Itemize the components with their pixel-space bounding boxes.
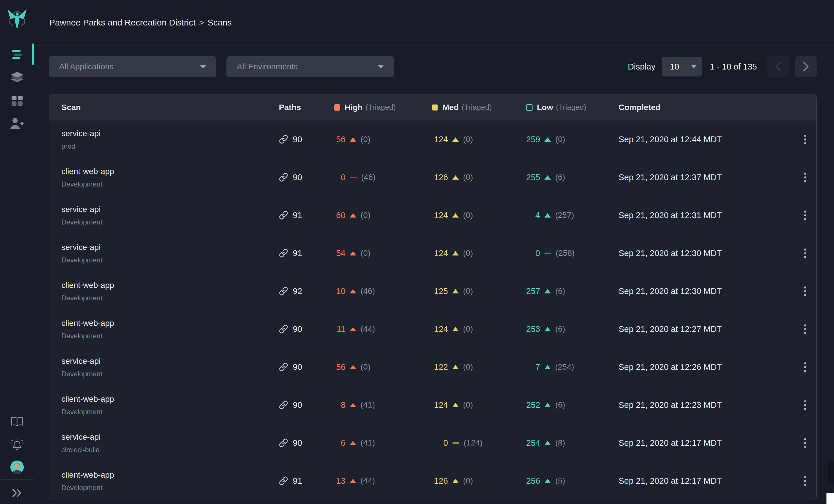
kebab-menu-icon[interactable] bbox=[803, 247, 808, 260]
toolbar: All Applications All Environments Displa… bbox=[49, 56, 817, 77]
table-row[interactable]: client-web-app Development 92 10 (46) 12… bbox=[49, 272, 816, 310]
paths-count: 92 bbox=[293, 286, 302, 296]
sidebar-item-applications[interactable] bbox=[0, 69, 34, 86]
scan-name[interactable]: service-api bbox=[61, 432, 274, 442]
column-header-med: Med (Triaged) bbox=[420, 103, 516, 112]
app-logo[interactable] bbox=[0, 4, 34, 33]
page-size-select[interactable]: 10 bbox=[662, 57, 702, 76]
sidebar-item-dashboard[interactable] bbox=[0, 93, 34, 109]
scan-environment: Development bbox=[61, 294, 274, 302]
table-row[interactable]: service-api prod 90 56 (0) 124 (0) 259 (… bbox=[49, 120, 816, 158]
med-severity-swatch-icon bbox=[432, 104, 438, 111]
row-actions-cell bbox=[794, 209, 816, 222]
med-count: 125 bbox=[432, 286, 448, 296]
avatar-photo bbox=[10, 461, 24, 474]
med-findings-cell: 124 (0) bbox=[420, 135, 516, 144]
med-triaged-count: (0) bbox=[463, 400, 473, 410]
column-header-low: Low (Triaged) bbox=[516, 103, 609, 112]
trend-up-icon bbox=[452, 289, 459, 293]
high-findings-cell: 0 (46) bbox=[322, 173, 420, 182]
high-triaged-count: (44) bbox=[360, 476, 375, 485]
table-row[interactable]: service-api circleci-build 90 6 (41) 0 (… bbox=[49, 424, 816, 462]
med-count: 124 bbox=[432, 400, 448, 410]
link-icon bbox=[279, 286, 288, 296]
breadcrumb-separator: > bbox=[199, 18, 204, 27]
paths-count: 90 bbox=[293, 173, 302, 182]
trend-up-icon bbox=[544, 213, 551, 218]
person-add-icon bbox=[10, 118, 24, 129]
scan-name[interactable]: service-api bbox=[61, 356, 274, 366]
sidebar-expand-button[interactable] bbox=[0, 485, 34, 501]
kebab-menu-icon[interactable] bbox=[803, 171, 808, 184]
breadcrumb-org[interactable]: Pawnee Parks and Recreation District bbox=[49, 18, 196, 27]
low-triaged-label: (Triaged) bbox=[556, 103, 586, 112]
scan-cell: service-api Development bbox=[49, 242, 274, 264]
resize-corner-artifact bbox=[827, 493, 834, 504]
kebab-menu-icon[interactable] bbox=[803, 475, 808, 487]
table-row[interactable]: client-web-app Development 90 11 (44) 12… bbox=[49, 310, 816, 348]
kebab-menu-icon[interactable] bbox=[803, 399, 808, 412]
low-findings-cell: 257 (6) bbox=[516, 286, 609, 296]
low-triaged-count: (6) bbox=[555, 400, 565, 410]
trend-up-icon bbox=[544, 365, 551, 369]
scan-environment: Development bbox=[61, 484, 274, 492]
kebab-menu-icon[interactable] bbox=[803, 323, 808, 336]
paths-count: 91 bbox=[293, 476, 302, 486]
scan-name[interactable]: service-api bbox=[61, 129, 274, 138]
high-count: 8 bbox=[334, 400, 346, 410]
hawk-logo-icon bbox=[6, 6, 28, 31]
scan-name[interactable]: client-web-app bbox=[61, 318, 274, 328]
low-findings-cell: 255 (6) bbox=[516, 173, 609, 182]
scan-name[interactable]: service-api bbox=[61, 242, 274, 252]
table-row[interactable]: client-web-app Development 90 8 (41) 124… bbox=[49, 386, 816, 424]
low-count: 252 bbox=[526, 400, 540, 410]
completed-timestamp: Sep 21, 2020 at 12:17 MDT bbox=[609, 476, 794, 486]
high-triaged-count: (41) bbox=[360, 438, 375, 447]
trend-up-icon bbox=[452, 327, 459, 331]
display-label: Display bbox=[628, 62, 655, 71]
table-row[interactable]: service-api Development 91 54 (0) 124 (0… bbox=[49, 234, 816, 272]
trend-up-icon bbox=[544, 403, 551, 407]
high-count: 56 bbox=[334, 363, 346, 372]
table-header: Scan Paths High (Triaged) Med (Triaged) … bbox=[49, 94, 816, 120]
scrollbar-thumb[interactable] bbox=[828, 459, 834, 485]
kebab-menu-icon[interactable] bbox=[803, 285, 808, 298]
trend-up-icon bbox=[452, 175, 459, 180]
low-count: 257 bbox=[526, 286, 540, 296]
double-chevron-right-icon bbox=[12, 489, 22, 497]
high-triaged-count: (0) bbox=[360, 211, 370, 220]
med-triaged-count: (0) bbox=[463, 248, 473, 258]
table-row[interactable]: client-web-app Development 90 0 (46) 126… bbox=[49, 158, 816, 196]
applications-filter-dropdown[interactable]: All Applications bbox=[49, 56, 216, 77]
next-page-button[interactable] bbox=[795, 56, 817, 77]
high-findings-cell: 8 (41) bbox=[322, 400, 420, 410]
sidebar-item-invite-user[interactable] bbox=[0, 115, 34, 132]
med-count: 124 bbox=[432, 211, 448, 220]
scan-name[interactable]: service-api bbox=[61, 204, 274, 214]
sidebar-item-scans[interactable] bbox=[0, 46, 34, 63]
previous-page-button[interactable] bbox=[767, 56, 789, 77]
trend-up-icon bbox=[350, 441, 356, 445]
scan-name[interactable]: client-web-app bbox=[61, 470, 274, 480]
link-icon bbox=[279, 363, 288, 372]
environments-filter-dropdown[interactable]: All Environments bbox=[226, 56, 394, 77]
sidebar-item-notifications[interactable] bbox=[0, 436, 34, 453]
scan-name[interactable]: client-web-app bbox=[61, 167, 274, 176]
kebab-menu-icon[interactable] bbox=[803, 437, 808, 450]
scan-name[interactable]: client-web-app bbox=[61, 394, 274, 404]
kebab-menu-icon[interactable] bbox=[803, 360, 808, 374]
environments-filter-value: All Environments bbox=[237, 62, 298, 71]
kebab-menu-icon[interactable] bbox=[803, 209, 808, 222]
table-row[interactable]: service-api Development 90 56 (0) 122 (0… bbox=[49, 348, 816, 386]
table-row[interactable]: client-web-app Development 91 13 (44) 12… bbox=[49, 462, 816, 500]
user-avatar[interactable] bbox=[0, 460, 34, 475]
scan-name[interactable]: client-web-app bbox=[61, 280, 274, 290]
sidebar-item-docs[interactable] bbox=[0, 414, 34, 430]
main-content: All Applications All Environments Displa… bbox=[34, 45, 834, 500]
sidebar-divider bbox=[0, 479, 34, 480]
paths-cell: 90 bbox=[274, 173, 322, 182]
table-row[interactable]: service-api Development 91 60 (0) 124 (0… bbox=[49, 196, 816, 234]
scan-cell: service-api Development bbox=[49, 356, 274, 378]
high-count: 56 bbox=[334, 135, 346, 144]
kebab-menu-icon[interactable] bbox=[803, 133, 808, 146]
